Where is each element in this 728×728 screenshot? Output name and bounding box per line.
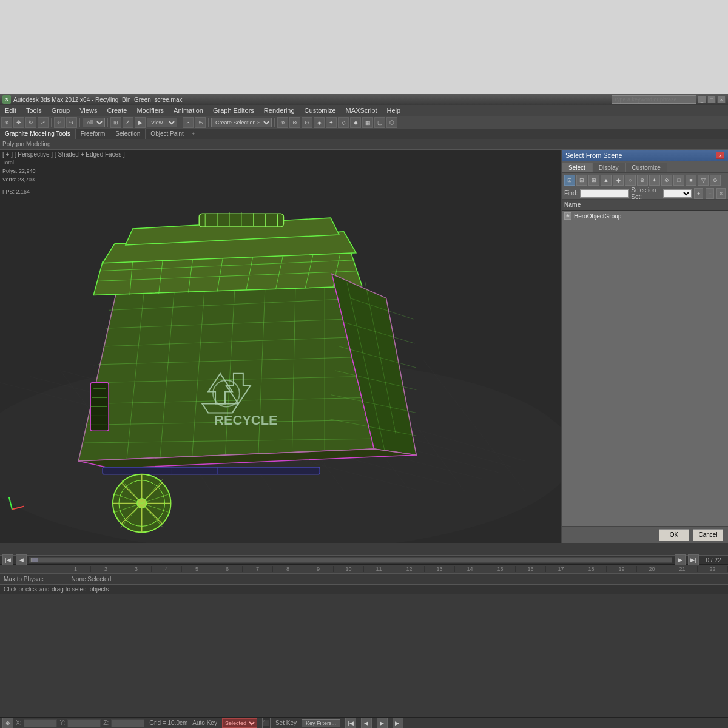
toolbar-scale-btn[interactable]: ⤢ [38, 117, 49, 128]
menu-animation[interactable]: Animation [171, 106, 206, 115]
menu-edit[interactable]: Edit [2, 106, 19, 115]
menu-help[interactable]: Help [385, 106, 403, 115]
find-input[interactable] [580, 189, 629, 198]
coord-z-input[interactable] [111, 719, 144, 727]
auto-key-dropdown[interactable]: Selected [222, 718, 257, 728]
toolbar-extra-2[interactable]: ⊗ [289, 117, 300, 128]
dialog-tool-filter-4[interactable]: ⊕ [637, 175, 648, 186]
dialog-tool-filter-1[interactable]: ▲ [601, 175, 612, 186]
dialog-tool-filter-8[interactable]: ■ [686, 175, 696, 186]
step-back-btn[interactable]: ◀ [16, 554, 27, 565]
key-filters-button[interactable]: Key Filters... [302, 719, 340, 727]
ribbon-tab-selection[interactable]: Selection [110, 129, 146, 139]
selection-set-dropdown[interactable] [663, 189, 692, 198]
selection-set-clear[interactable]: × [716, 188, 726, 199]
toolbar-area: ⊕ ✥ ↻ ⤢ ↩ ↪ All ⊞ ∠ ▶ View 3 % Create Se… [0, 116, 728, 129]
ribbon-tab-freeform[interactable]: Freeform [76, 129, 111, 139]
toolbar-extra-1[interactable]: ⊕ [277, 117, 288, 128]
close-button[interactable]: × [717, 96, 726, 103]
create-selection-dropdown[interactable]: Create Selection S [211, 118, 272, 127]
toolbar-sep-3 [107, 118, 108, 127]
dialog-tool-filter-5[interactable]: ✦ [649, 175, 660, 186]
toolbar-extra-6[interactable]: ◇ [338, 117, 349, 128]
menu-tools[interactable]: Tools [24, 106, 44, 115]
dialog-tool-invert[interactable]: ⊞ [588, 175, 599, 186]
coordinate-mode-btn[interactable]: ⊕ [2, 718, 13, 729]
toolbar-redo-btn[interactable]: ↪ [66, 117, 77, 128]
track-13: 13 [425, 566, 455, 572]
scene-item-hero-object-group[interactable]: ⊕ HeroObjectGroup [562, 211, 728, 221]
menu-rendering[interactable]: Rendering [261, 106, 297, 115]
play-forward-btn[interactable]: ▶| [688, 554, 699, 565]
toolbar-extra-5[interactable]: ✦ [326, 117, 337, 128]
toolbar-percent-btn[interactable]: % [195, 117, 206, 128]
selection-set-add[interactable]: + [694, 188, 703, 199]
toolbar-3d-snap[interactable]: 3 [183, 117, 194, 128]
toolbar-render-btn[interactable]: ▶ [135, 117, 146, 128]
coord-x-input[interactable] [24, 719, 57, 727]
viewport-container: [ + ] [ Perspective ] [ Shaded + Edged F… [0, 150, 728, 543]
toolbar-extra-3[interactable]: ⊙ [302, 117, 312, 128]
dialog-tab-select[interactable]: Select [562, 163, 592, 172]
time-slider[interactable] [29, 557, 672, 563]
ribbon-tab-object-paint[interactable]: Object Paint [146, 129, 189, 139]
nav-last-btn[interactable]: ▶| [393, 718, 403, 729]
toolbar-snap-btn[interactable]: ⊞ [110, 117, 121, 128]
toolbar-rotate-btn[interactable]: ↻ [25, 117, 36, 128]
dialog-tool-filter-10[interactable]: ⊘ [710, 175, 721, 186]
menu-group[interactable]: Group [49, 106, 73, 115]
dialog-tool-filter-3[interactable]: ○ [625, 175, 636, 186]
toolbar-extra-10[interactable]: ⬡ [386, 117, 397, 128]
top-decorative-area [0, 0, 728, 94]
dialog-tool-select-all[interactable]: ⊡ [564, 175, 575, 186]
menu-modifiers[interactable]: Modifiers [134, 106, 166, 115]
toolbar-extra-8[interactable]: ▦ [362, 117, 373, 128]
selection-filter-dropdown[interactable]: All [83, 118, 105, 127]
coord-y-label: Y: [59, 720, 65, 726]
menu-create[interactable]: Create [104, 106, 129, 115]
nav-first-btn[interactable]: |◀ [345, 718, 356, 729]
toolbar-extra-9[interactable]: ▢ [374, 117, 385, 128]
nav-next-btn[interactable]: ▶ [377, 718, 388, 729]
app-icon: 3 [2, 95, 11, 104]
ribbon-subtitle: Polygon Modeling [2, 141, 51, 147]
nav-prev-btn[interactable]: ◀ [361, 718, 372, 729]
ribbon-tab-graphite[interactable]: Graphite Modeling Tools [0, 129, 76, 139]
viewport-3d-main[interactable]: [ + ] [ Perspective ] [ Shaded + Edged F… [0, 150, 561, 543]
minimize-button[interactable]: _ [698, 96, 706, 103]
find-label: Find: [564, 190, 578, 197]
dialog-tool-filter-9[interactable]: ▽ [698, 175, 709, 186]
cancel-button[interactable]: Cancel [693, 529, 723, 541]
coord-y-input[interactable] [67, 719, 101, 727]
dialog-tool-filter-2[interactable]: ◆ [613, 175, 624, 186]
track-19: 19 [607, 566, 637, 572]
toolbar-move-btn[interactable]: ✥ [13, 117, 24, 128]
dialog-close-button[interactable]: × [716, 152, 724, 159]
play-back-btn[interactable]: |◀ [2, 554, 13, 565]
toolbar-angle-snap-btn[interactable]: ∠ [123, 117, 133, 128]
dialog-tool-filter-7[interactable]: □ [673, 175, 684, 186]
step-forward-btn[interactable]: ▶ [675, 554, 686, 565]
menu-graph-editors[interactable]: Graph Editors [211, 106, 257, 115]
search-input[interactable] [612, 95, 696, 104]
toolbar-extra-4[interactable]: ◈ [314, 117, 325, 128]
track-numbers: 1 2 3 4 5 6 7 8 9 10 11 12 13 14 15 16 1… [0, 565, 728, 573]
dialog-tool-select-none[interactable]: ⊟ [576, 175, 587, 186]
toolbar-select-btn[interactable]: ⊕ [1, 117, 12, 128]
menu-views[interactable]: Views [77, 106, 99, 115]
view-dropdown[interactable]: View [147, 118, 177, 127]
coord-z-label: Z: [103, 720, 109, 726]
toolbar-undo-btn[interactable]: ↩ [54, 117, 65, 128]
menu-maxscript[interactable]: MAXScript [343, 106, 380, 115]
toolbar-extra-7[interactable]: ◆ [350, 117, 361, 128]
dialog-tab-customize[interactable]: Customize [625, 163, 667, 172]
dialog-tool-filter-6[interactable]: ⊗ [661, 175, 672, 186]
selection-set-remove[interactable]: − [706, 188, 715, 199]
maximize-button[interactable]: □ [707, 96, 716, 103]
menu-customize[interactable]: Customize [302, 106, 339, 115]
time-slider-thumb[interactable] [31, 558, 38, 562]
scene-list[interactable]: ⊕ HeroObjectGroup [562, 211, 728, 526]
ok-button[interactable]: OK [659, 529, 689, 541]
set-key-button[interactable]: ⬛ [262, 718, 271, 729]
dialog-tab-display[interactable]: Display [592, 163, 625, 172]
